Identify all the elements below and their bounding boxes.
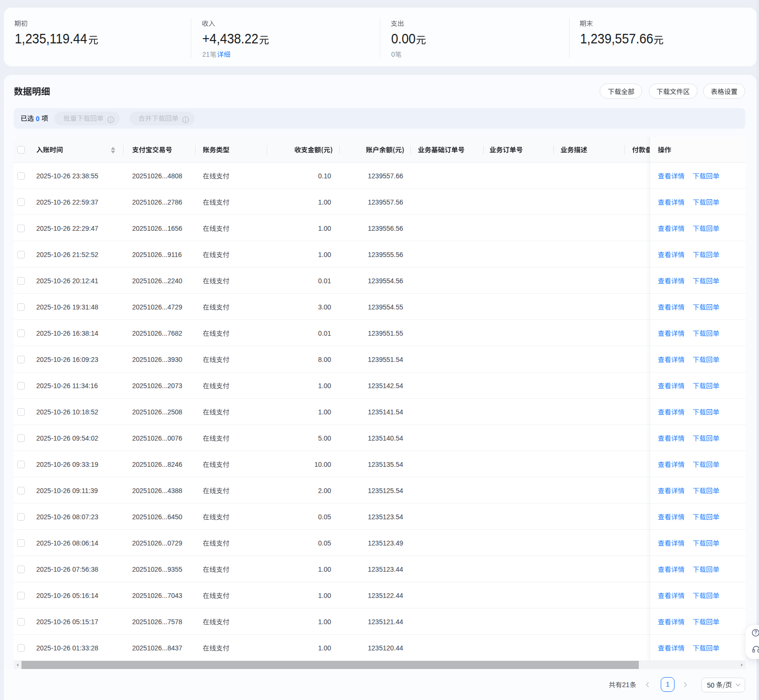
svg-text:?: ? — [754, 630, 757, 635]
